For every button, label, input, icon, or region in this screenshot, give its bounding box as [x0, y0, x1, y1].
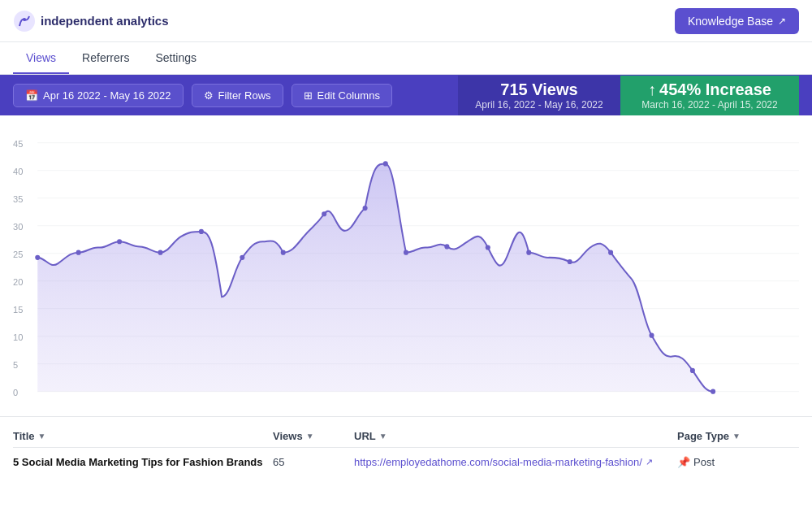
main-nav: Views Referrers Settings [0, 42, 812, 75]
nav-item-referrers[interactable]: Referrers [69, 43, 142, 74]
views-sort-icon: ▼ [306, 432, 314, 441]
column-header-url[interactable]: URL ▼ [354, 430, 677, 442]
svg-point-31 [383, 161, 388, 166]
svg-text:25: 25 [13, 250, 23, 259]
stats-right: 715 Views April 16, 2022 - May 16, 2022 … [458, 76, 799, 115]
svg-point-40 [710, 389, 715, 394]
svg-point-23 [76, 250, 81, 255]
columns-icon: ⊞ [304, 89, 313, 102]
svg-text:5: 5 [13, 360, 18, 370]
views-date: April 16, 2022 - May 16, 2022 [474, 99, 604, 111]
table-area: Title ▼ Views ▼ URL ▼ Page Type ▼ 5 Soci… [0, 416, 812, 476]
svg-text:30: 30 [13, 222, 23, 232]
logo: independent analytics [13, 10, 169, 33]
svg-text:40: 40 [13, 167, 23, 176]
calendar-icon: 📅 [25, 89, 38, 102]
header: independent analytics Knowledge Base ↗ [0, 0, 812, 42]
table-header: Title ▼ Views ▼ URL ▼ Page Type ▼ [13, 425, 799, 448]
svg-text:15: 15 [13, 305, 23, 315]
views-stat: 715 Views April 16, 2022 - May 16, 2022 [458, 76, 620, 115]
table-row: 5 Social Media Marketing Tips for Fashio… [13, 448, 799, 476]
chart-svg: 0 5 10 15 20 25 30 35 40 45 [13, 124, 799, 400]
svg-text:35: 35 [13, 194, 23, 204]
svg-text:20: 20 [13, 277, 23, 287]
svg-point-34 [486, 245, 490, 250]
title-sort-icon: ▼ [38, 432, 46, 441]
logo-icon [13, 10, 36, 33]
filter-icon: ⚙ [204, 89, 214, 102]
toolbar: 📅 Apr 16 2022 - May 16 2022 ⚙ Filter Row… [0, 75, 812, 115]
pagetype-sort-icon: ▼ [732, 432, 741, 441]
toolbar-left: 📅 Apr 16 2022 - May 16 2022 ⚙ Filter Row… [13, 84, 392, 107]
svg-point-27 [240, 255, 244, 260]
external-link-icon: ↗ [646, 457, 653, 467]
row-pagetype: 📌 Post [677, 456, 799, 468]
svg-text:45: 45 [13, 139, 23, 149]
svg-point-25 [158, 250, 162, 255]
svg-point-38 [649, 333, 654, 338]
column-header-views[interactable]: Views ▼ [273, 430, 354, 442]
column-header-title[interactable]: Title ▼ [13, 430, 273, 442]
svg-point-30 [363, 206, 368, 211]
svg-point-28 [281, 250, 286, 255]
views-label: Views [273, 430, 303, 442]
title-label: Title [13, 430, 35, 442]
edit-columns-label: Edit Columns [317, 89, 380, 102]
edit-columns-button[interactable]: ⊞ Edit Columns [292, 84, 392, 107]
svg-point-29 [322, 211, 326, 216]
url-text: https://employedathome.com/social-media-… [354, 456, 642, 468]
views-count: 715 Views [474, 80, 604, 99]
knowledge-base-button[interactable]: Knowledge Base ↗ [675, 8, 799, 34]
increase-stat: ↑ 454% Increase March 16, 2022 - April 1… [620, 76, 799, 115]
up-arrow-icon: ↑ [648, 80, 656, 99]
nav-item-settings[interactable]: Settings [142, 43, 209, 74]
svg-point-1 [23, 18, 26, 21]
url-label: URL [354, 430, 376, 442]
svg-point-37 [608, 250, 613, 255]
svg-point-35 [526, 250, 531, 255]
logo-text: independent analytics [41, 14, 169, 28]
pagetype-value: Post [693, 456, 715, 468]
svg-point-22 [35, 255, 40, 260]
nav-item-views[interactable]: Views [13, 43, 69, 74]
chart-area: 0 5 10 15 20 25 30 35 40 45 [0, 115, 812, 416]
date-range-label: Apr 16 2022 - May 16 2022 [43, 89, 171, 102]
url-sort-icon: ▼ [379, 432, 387, 441]
svg-point-32 [404, 250, 408, 255]
filter-rows-label: Filter Rows [218, 89, 271, 102]
row-views: 65 [273, 456, 354, 468]
increase-value: 454% Increase [659, 80, 771, 99]
row-url[interactable]: https://employedathome.com/social-media-… [354, 456, 677, 468]
filter-rows-button[interactable]: ⚙ Filter Rows [192, 84, 283, 107]
svg-point-24 [117, 239, 122, 244]
svg-point-33 [444, 244, 449, 249]
post-icon: 📌 [677, 456, 690, 468]
pagetype-label: Page Type [677, 430, 729, 442]
svg-point-39 [690, 368, 695, 373]
date-range-button[interactable]: 📅 Apr 16 2022 - May 16 2022 [13, 84, 184, 107]
svg-point-36 [568, 259, 572, 264]
row-title: 5 Social Media Marketing Tips for Fashio… [13, 456, 273, 468]
svg-point-26 [199, 229, 204, 234]
svg-text:10: 10 [13, 332, 23, 342]
column-header-pagetype[interactable]: Page Type ▼ [677, 430, 799, 442]
increase-date: March 16, 2022 - April 15, 2022 [637, 99, 783, 111]
increase-count: ↑ 454% Increase [637, 80, 783, 99]
svg-text:0: 0 [13, 388, 18, 397]
